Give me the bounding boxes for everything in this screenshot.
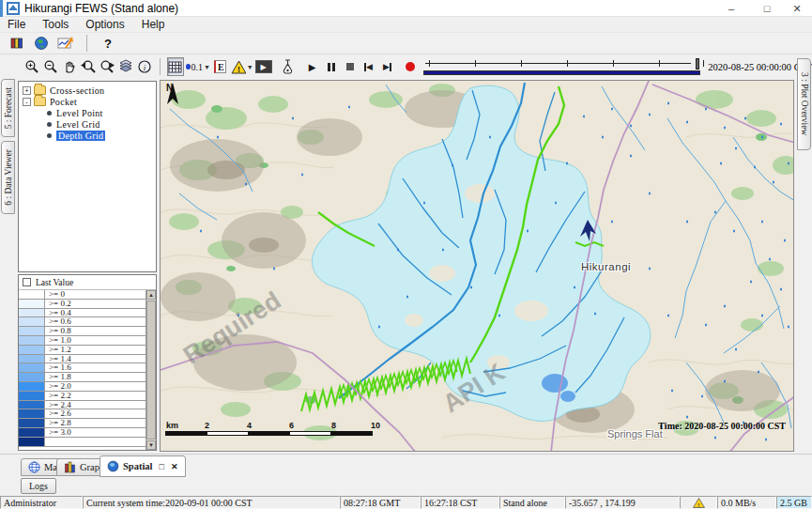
tree-item-level-point[interactable]: Level Point	[43, 107, 156, 118]
scroll-down-icon[interactable]: ▼	[146, 440, 156, 450]
legend-scrollbar[interactable]: ▲ ▼	[146, 290, 156, 450]
menu-tools[interactable]: Tools	[42, 18, 69, 31]
warnings-dropdown[interactable]: ! ▼	[231, 57, 253, 76]
spatial-display-button[interactable]	[33, 34, 50, 53]
legend-swatch	[19, 355, 45, 363]
record-button[interactable]	[402, 57, 419, 76]
menu-options[interactable]: Options	[85, 18, 124, 31]
bar-chart-icon	[64, 461, 76, 473]
tab-data-viewer[interactable]: 6 : Data Viewer	[1, 141, 15, 214]
fews-window: Hikurangi FEWS (Stand alone) – □ ✕ File …	[0, 0, 812, 509]
labels-button[interactable]: E	[212, 57, 229, 76]
hand-icon	[62, 59, 77, 74]
folder-icon	[34, 97, 46, 106]
tab-plot-overview[interactable]: 3 : Plot Overview	[797, 58, 811, 150]
zoom-previous-button[interactable]	[80, 57, 97, 76]
town-label: Hikurangi	[581, 261, 631, 272]
tree-item-label: Level Grid	[56, 119, 100, 130]
step-forward-icon	[390, 63, 391, 71]
stop-button[interactable]	[342, 57, 359, 76]
legend-swatch	[19, 438, 45, 446]
menu-file[interactable]: File	[8, 18, 25, 31]
slider-thumb[interactable]	[696, 58, 699, 69]
status-mode: Stand alone	[499, 496, 565, 509]
status-memory[interactable]: 2.5 GB	[776, 496, 812, 509]
tab-close-icon[interactable]: ✕	[171, 462, 178, 471]
info-button[interactable]: i	[136, 57, 153, 76]
chevron-down-icon: ▼	[247, 64, 253, 70]
status-bar: Administrator Current system time:2020-0…	[0, 496, 812, 509]
timeseries-chart-button[interactable]	[57, 34, 74, 53]
scroll-thumb[interactable]	[146, 301, 156, 440]
tree-item-pocket[interactable]: - Pocket	[23, 96, 156, 107]
menu-bar: File Tools Options Help	[0, 17, 812, 33]
legend-row: >= 0.6	[19, 317, 146, 327]
app-icon	[7, 2, 20, 15]
play-button[interactable]: ▶	[304, 57, 321, 76]
legend-swatch	[19, 336, 45, 345]
zoom-next-button[interactable]	[99, 57, 115, 76]
legend-row: >= 0.4	[19, 309, 146, 318]
bullet-icon	[47, 111, 52, 116]
tab-spatial[interactable]: Spatial □ ✕	[100, 455, 186, 477]
info-icon: i	[137, 59, 152, 74]
scroll-up-icon[interactable]: ▲	[146, 290, 156, 300]
legend-header: Last Value	[19, 275, 156, 290]
legend-row	[19, 438, 146, 447]
globe-icon	[34, 36, 49, 51]
pan-button[interactable]	[61, 57, 78, 76]
bottom-tab-bar: Map Graph Spatial □ ✕	[0, 454, 812, 477]
profile-tool-button[interactable]	[280, 57, 297, 76]
legend-row: >= 0.8	[19, 327, 146, 336]
logs-button-label: Logs	[29, 481, 48, 491]
legend-swatch	[19, 327, 45, 335]
tree-item-cross-section[interactable]: + Cross-section	[23, 85, 156, 96]
maximize-button[interactable]: □	[755, 1, 779, 16]
interval-dropdown[interactable]: 0.1 ▼	[186, 57, 210, 76]
grid-display-button[interactable]	[167, 57, 184, 76]
tree-item-label: Cross-section	[50, 85, 104, 96]
step-forward-button[interactable]: ▶	[379, 57, 396, 76]
legend-swatch	[19, 419, 45, 427]
time-slider[interactable]	[423, 56, 701, 77]
legend-swatch	[19, 373, 45, 381]
logs-button[interactable]: Logs	[21, 478, 56, 494]
legend-list: >= 0 >= 0.2 >= 0.4 >= 0.6 >= 0.8 >= 1.0 …	[19, 290, 156, 450]
zoom-out-button[interactable]	[42, 57, 59, 76]
tree-item-level-grid[interactable]: Level Grid	[43, 118, 156, 130]
tab-forecast[interactable]: 5 : Forecast	[1, 79, 15, 137]
scale-bar: km 2 4 6 8 10	[166, 421, 391, 440]
scale-unit: km	[166, 421, 178, 430]
collapse-icon[interactable]: -	[23, 98, 31, 106]
zoom-next-icon	[100, 59, 115, 74]
expand-icon[interactable]: +	[23, 86, 31, 95]
warning-icon: !	[693, 498, 705, 508]
layers-icon	[118, 59, 133, 74]
tab-forecast-label: 5 : Forecast	[4, 87, 13, 129]
map-view[interactable]: N km 2 4 6 8 10 Required API K Hikurangi…	[160, 80, 794, 452]
status-warning[interactable]: !	[680, 496, 717, 509]
pause-button[interactable]	[323, 57, 340, 76]
step-back-button[interactable]: ◀	[360, 57, 377, 76]
bullet-icon	[47, 133, 52, 138]
warning-icon: !	[231, 60, 246, 74]
layers-button[interactable]	[117, 57, 134, 76]
chevron-down-icon: ▼	[204, 64, 210, 70]
globe-icon	[107, 460, 119, 472]
interval-dot-icon	[186, 64, 191, 69]
close-button[interactable]: ✕	[785, 1, 809, 16]
zoom-in-button[interactable]	[23, 57, 40, 76]
slider-track[interactable]	[425, 63, 692, 64]
database-display-button[interactable]	[8, 34, 25, 53]
help-button[interactable]: ?	[100, 34, 116, 53]
tree-item-depth-grid[interactable]: Depth Grid	[43, 130, 156, 141]
menu-help[interactable]: Help	[142, 18, 165, 31]
tab-restore-icon[interactable]: □	[160, 462, 164, 471]
zoom-out-icon	[43, 59, 58, 74]
animation-display-button[interactable]: ▶	[255, 57, 272, 76]
minimize-button[interactable]: –	[719, 1, 743, 16]
status-user: Administrator	[0, 496, 83, 509]
interval-value: 0.1	[192, 62, 204, 72]
last-value-checkbox[interactable]	[23, 278, 31, 286]
legend-row: >= 1.4	[19, 355, 146, 364]
